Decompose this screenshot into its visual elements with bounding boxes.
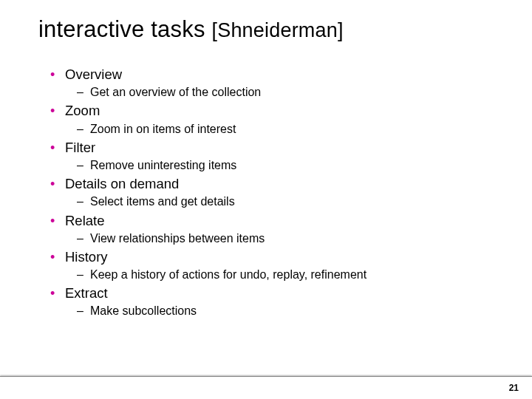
- level2-desc: Get an overview of the collection: [90, 85, 261, 99]
- list-item: • Relate – View relationships between it…: [50, 213, 502, 245]
- list-item: • Details on demand – Select items and g…: [50, 176, 502, 208]
- level2-row: – Keep a history of actions for undo, re…: [50, 267, 502, 282]
- bullet-icon: •: [50, 287, 65, 300]
- bullet-icon: •: [50, 68, 65, 81]
- dash-icon: –: [77, 232, 90, 245]
- bullet-icon: •: [50, 104, 65, 117]
- level2-row: – Zoom in on items of interest: [50, 122, 502, 136]
- dash-icon: –: [77, 86, 90, 99]
- level1-label: Filter: [65, 140, 95, 156]
- level1-row: • Zoom: [50, 103, 502, 119]
- list-item: • Overview – Get an overview of the coll…: [50, 66, 502, 99]
- level2-desc: Zoom in on items of interest: [90, 122, 236, 136]
- level2-desc: Make subcollections: [90, 304, 197, 318]
- level2-row: – View relationships between items: [50, 231, 502, 245]
- level1-label: History: [65, 249, 108, 265]
- bullet-icon: •: [50, 141, 65, 154]
- level2-desc: View relationships between items: [90, 231, 265, 245]
- dash-icon: –: [77, 123, 90, 136]
- footer-divider: [0, 376, 532, 377]
- level1-row: • Filter: [50, 140, 502, 156]
- level2-row: – Remove uninteresting items: [50, 158, 502, 172]
- list-item: • Filter – Remove uninteresting items: [50, 140, 502, 172]
- dash-icon: –: [77, 195, 90, 208]
- level2-desc: Remove uninteresting items: [90, 158, 236, 172]
- level1-label: Relate: [65, 213, 104, 229]
- level1-row: • Relate: [50, 213, 502, 229]
- bullet-icon: •: [50, 214, 65, 228]
- level1-label: Details on demand: [65, 176, 179, 192]
- bullet-icon: •: [50, 250, 65, 264]
- level2-desc: Select items and get details: [90, 194, 235, 208]
- dash-icon: –: [77, 268, 90, 282]
- content-list: • Overview – Get an overview of the coll…: [50, 63, 502, 321]
- level1-label: Zoom: [65, 103, 100, 119]
- level2-desc: Keep a history of actions for undo, repl…: [90, 267, 366, 282]
- level1-row: • Details on demand: [50, 176, 502, 192]
- title-bracket: [Shneiderman]: [211, 19, 343, 41]
- level1-row: • Overview: [50, 66, 502, 83]
- title-main: interactive tasks: [38, 16, 211, 42]
- slide: interactive tasks [Shneiderman] • Overvi…: [0, 0, 532, 399]
- level1-label: Extract: [65, 285, 108, 301]
- level1-row: • History: [50, 249, 502, 265]
- list-item: • Extract – Make subcollections: [50, 285, 502, 318]
- dash-icon: –: [77, 159, 90, 172]
- level2-row: – Get an overview of the collection: [50, 85, 502, 99]
- level2-row: – Make subcollections: [50, 304, 502, 318]
- dash-icon: –: [77, 304, 90, 318]
- list-item: • History – Keep a history of actions fo…: [50, 249, 502, 282]
- level1-row: • Extract: [50, 285, 502, 301]
- bullet-icon: •: [50, 177, 65, 191]
- page-number: 21: [509, 383, 519, 393]
- slide-title: interactive tasks [Shneiderman]: [38, 16, 344, 43]
- level2-row: – Select items and get details: [50, 194, 502, 208]
- level1-label: Overview: [65, 66, 122, 83]
- list-item: • Zoom – Zoom in on items of interest: [50, 103, 502, 135]
